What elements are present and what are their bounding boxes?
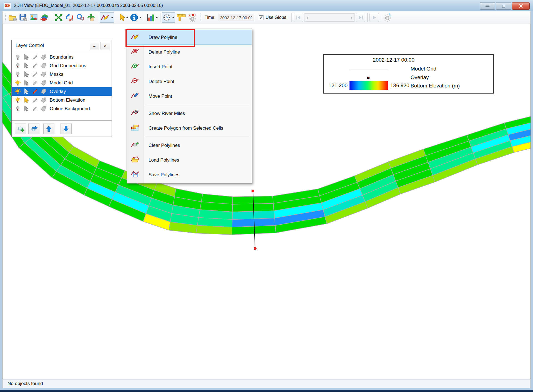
layer-row-online-background[interactable]: Online Background xyxy=(12,104,112,113)
layer-tag-icon[interactable] xyxy=(40,88,47,95)
add-layer-button[interactable] xyxy=(15,124,26,134)
layer-select-cursor-icon[interactable] xyxy=(23,54,30,61)
layer-select-cursor-icon[interactable] xyxy=(23,62,30,69)
minimize-button[interactable] xyxy=(480,2,495,10)
dropdown-arrow-icon[interactable] xyxy=(111,17,113,18)
dropdown-arrow-icon[interactable] xyxy=(172,17,174,18)
layer-edit-pencil-icon[interactable] xyxy=(32,62,38,69)
measure-button[interactable] xyxy=(175,12,187,23)
clock-tool-button[interactable] xyxy=(162,12,175,23)
2dh-settings-button[interactable]: 2DH xyxy=(187,12,198,23)
layer-select-cursor-icon[interactable] xyxy=(23,80,30,86)
menu-item-draw-polyline[interactable]: Draw Polyline xyxy=(127,30,252,45)
visibility-on-bulb-icon[interactable] xyxy=(14,80,21,86)
layer-control-header[interactable]: Layer Control ≡ × xyxy=(12,40,112,51)
layer-edit-pencil-icon[interactable] xyxy=(32,80,38,86)
dropdown-arrow-icon[interactable] xyxy=(139,17,142,18)
export-image-button[interactable] xyxy=(29,12,39,23)
visibility-on-bulb-icon[interactable] xyxy=(14,97,21,104)
layer-select-cursor-icon[interactable] xyxy=(23,105,30,112)
zoom-extent-icon xyxy=(54,13,63,22)
layer-row-bottom-elevation[interactable]: Bottom Elevation xyxy=(12,96,112,104)
menu-item-insert-point[interactable]: Insert Point xyxy=(127,59,252,74)
use-global-checkbox[interactable]: ✓ xyxy=(259,15,263,20)
dropdown-arrow-icon[interactable] xyxy=(126,17,128,18)
layer-tag-icon[interactable] xyxy=(40,105,47,112)
toolbar-separator xyxy=(367,13,368,22)
layer-tag-icon[interactable] xyxy=(40,62,47,69)
legend-title: 2002-12-17 00:00 xyxy=(324,57,464,63)
layer-row-overlay[interactable]: Overlay xyxy=(12,87,112,96)
map-canvas[interactable]: Layer Control ≡ × BoundariesGrid Connect… xyxy=(2,24,531,379)
visibility-off-bulb-icon[interactable] xyxy=(14,105,21,112)
layer-row-model-grid[interactable]: Model Grid xyxy=(12,79,112,87)
layer-select-cursor-icon[interactable] xyxy=(23,71,30,78)
play-button[interactable] xyxy=(369,13,379,22)
dropdown-arrow-icon[interactable] xyxy=(156,17,158,18)
time-scrollbar[interactable]: ‹› xyxy=(305,13,355,22)
polyline-vertex-handle[interactable] xyxy=(252,190,254,192)
menu-item-delete-polyline[interactable]: Delete Polyline xyxy=(127,45,252,59)
info-tool-button[interactable] xyxy=(129,12,142,23)
last-frame-button[interactable] xyxy=(356,13,365,22)
zoom-window-button[interactable] xyxy=(75,12,86,23)
open-button[interactable] xyxy=(7,12,18,23)
menu-item-create-polygon[interactable]: Create Polygon from Selected Cells xyxy=(127,121,252,135)
polyline-segment[interactable] xyxy=(253,191,255,248)
layer-row-masks[interactable]: Masks xyxy=(12,70,112,79)
menu-item-label: Delete Polyline xyxy=(149,49,180,55)
layer-edit-pencil-icon[interactable] xyxy=(32,71,38,78)
menu-item-clear-polylines[interactable]: Clear Polylines xyxy=(127,138,252,153)
refresh-view-button[interactable] xyxy=(64,12,75,23)
menu-item-river-miles[interactable]: MShow River Miles xyxy=(127,106,252,121)
layer-select-cursor-icon[interactable] xyxy=(23,88,30,95)
layer-close-button[interactable]: × xyxy=(100,42,110,49)
pan-button[interactable] xyxy=(86,12,97,23)
scroll-left-icon[interactable]: ‹ xyxy=(305,16,310,20)
layer-edit-pencil-icon[interactable] xyxy=(32,97,38,104)
layer-tag-icon[interactable] xyxy=(40,54,47,61)
save-icon xyxy=(19,13,28,22)
layer-edit-pencil-icon[interactable] xyxy=(32,105,38,112)
restore-button[interactable] xyxy=(496,2,511,10)
time-input[interactable] xyxy=(218,14,254,21)
menu-item-load-polylines[interactable]: Load Polylines xyxy=(127,153,252,167)
layer-edit-pencil-icon[interactable] xyxy=(32,88,38,95)
layer-tag-icon[interactable] xyxy=(40,97,47,104)
animation-settings-button[interactable] xyxy=(383,12,393,23)
visibility-off-bulb-icon[interactable] xyxy=(14,54,21,61)
chart-tool-button[interactable] xyxy=(145,12,159,23)
save-button[interactable] xyxy=(18,12,29,23)
polyline-tool-button[interactable] xyxy=(100,12,114,23)
first-frame-button[interactable] xyxy=(294,13,303,22)
select-tool-button[interactable] xyxy=(118,12,129,23)
move-layer-down-button[interactable] xyxy=(61,124,72,134)
layer-menu-button[interactable]: ≡ xyxy=(90,42,99,49)
zoom-extent-button[interactable] xyxy=(53,12,64,23)
layer-tag-icon[interactable] xyxy=(40,80,47,86)
polyline-vertex-handle[interactable] xyxy=(254,247,257,250)
visibility-off-bulb-icon[interactable] xyxy=(14,71,21,78)
refresh-icon xyxy=(65,13,74,22)
layer-row-boundaries[interactable]: Boundaries xyxy=(12,53,112,61)
toolbar-separator xyxy=(144,13,144,22)
scroll-right-icon[interactable]: › xyxy=(349,16,354,20)
chart-icon xyxy=(146,13,155,22)
layer-row-grid-connections[interactable]: Grid Connections xyxy=(12,61,112,70)
open-folder-icon xyxy=(8,13,17,22)
menu-item-move-point[interactable]: Move Point xyxy=(127,89,252,104)
move-layer-up-button[interactable] xyxy=(43,124,54,134)
close-icon xyxy=(519,4,523,8)
layer-edit-pencil-icon[interactable] xyxy=(32,54,38,61)
visibility-off-bulb-icon[interactable] xyxy=(14,62,21,69)
layer-select-cursor-icon[interactable] xyxy=(23,97,30,104)
legend-box: 2002-12-17 00:00 121.200 136.920 Model G… xyxy=(323,54,494,94)
layers-button[interactable] xyxy=(39,12,50,23)
menu-item-save-polylines[interactable]: Save Polylines xyxy=(127,167,252,182)
legend-label-model-grid: Model Grid xyxy=(411,66,436,72)
convert-layer-button[interactable] xyxy=(28,124,39,134)
visibility-on-bulb-icon[interactable] xyxy=(14,88,21,95)
close-button[interactable] xyxy=(512,2,530,10)
layer-tag-icon[interactable] xyxy=(40,71,47,78)
menu-item-delete-point[interactable]: Delete Point xyxy=(127,74,252,89)
